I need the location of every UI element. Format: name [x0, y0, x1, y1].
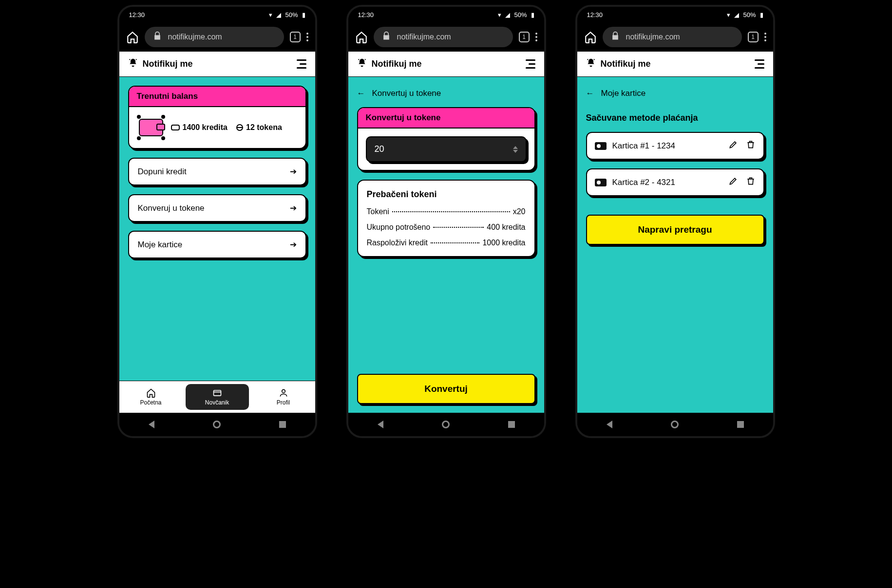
browser-toolbar: notifikujme.com 1: [577, 22, 773, 52]
topup-label: Dopuni kredit: [138, 167, 187, 177]
convert-label: Konveruj u tokene: [138, 203, 205, 213]
status-time: 12:30: [587, 11, 603, 18]
overflow-menu-icon[interactable]: [306, 33, 308, 41]
app-header: Notifikuj me: [119, 52, 315, 77]
menu-button[interactable]: [297, 59, 306, 69]
card-icon: [595, 179, 607, 186]
token-icon: [236, 124, 243, 131]
home-circle-icon[interactable]: [671, 421, 679, 428]
nav-home[interactable]: Početna: [119, 381, 183, 413]
recents-icon[interactable]: [737, 421, 744, 428]
bell-icon: [586, 58, 596, 70]
trash-icon[interactable]: [746, 140, 756, 152]
saved-card-2[interactable]: Kartica #2 - 4321: [586, 168, 764, 196]
url-bar[interactable]: notifikujme.com: [374, 27, 513, 47]
convert-cta-button[interactable]: Konvertuj: [357, 374, 535, 404]
convert-button[interactable]: Konveruj u tokene ➔: [128, 194, 306, 222]
phone-convert-screen: 12:30 ▾◢50%▮ notifikujme.com 1 Notifikuj…: [346, 5, 546, 438]
card-name: Kartica #2 - 4321: [612, 178, 675, 187]
tabs-button[interactable]: 1: [748, 32, 759, 42]
arrow-left-icon: ←: [357, 89, 365, 98]
overflow-menu-icon[interactable]: [535, 33, 537, 41]
home-icon[interactable]: [355, 31, 368, 43]
url-text: notifikujme.com: [168, 33, 222, 41]
nav-wallet[interactable]: Novčanik: [186, 384, 249, 410]
summary-row-available: Raspoloživi kredit 1000 kredita: [367, 239, 526, 247]
url-bar[interactable]: notifikujme.com: [603, 27, 742, 47]
back-button[interactable]: ← Konvertuj u tokene: [357, 89, 535, 98]
android-nav-bar: [577, 413, 773, 436]
back-label: Konvertuj u tokene: [372, 89, 441, 98]
home-circle-icon[interactable]: [213, 421, 221, 428]
convert-card: Konvertuj u tokene 20: [357, 107, 535, 171]
url-bar[interactable]: notifikujme.com: [145, 27, 284, 47]
status-time: 12:30: [129, 11, 145, 18]
status-right: ▾ ◢ 50% ▮: [269, 11, 305, 18]
card-name: Kartica #1 - 1234: [612, 141, 675, 151]
browser-toolbar: notifikujme.com 1: [119, 22, 315, 52]
home-icon[interactable]: [126, 31, 139, 43]
recents-icon[interactable]: [279, 421, 286, 428]
back-label: Moje kartice: [601, 89, 646, 98]
app-brand: Notifikuj me: [128, 58, 193, 70]
my-cards-button[interactable]: Moje kartice ➔: [128, 231, 306, 258]
wallet-icon: [137, 117, 164, 138]
summary-card: Prebačeni tokeni Tokeni x20 Ukupno potro…: [357, 180, 535, 257]
topup-button[interactable]: Dopuni kredit ➔: [128, 158, 306, 185]
trash-icon[interactable]: [746, 176, 756, 188]
phone-cards-screen: 12:30 ▾◢50%▮ notifikujme.com 1 Notifikuj…: [575, 5, 775, 438]
create-search-button[interactable]: Napravi pretragu: [586, 215, 764, 245]
token-amount-input[interactable]: 20: [366, 136, 527, 162]
menu-button[interactable]: [526, 59, 535, 69]
balance-body: 1400 kredita 12 tokena: [129, 107, 305, 148]
android-nav-bar: [348, 413, 544, 436]
nav-profile-label: Profil: [277, 399, 290, 406]
summary-row-tokens: Tokeni x20: [367, 207, 526, 216]
edit-icon[interactable]: [728, 140, 738, 152]
credit-icon: [171, 125, 180, 130]
token-amount: 12 tokena: [246, 123, 282, 132]
convert-screen: ← Konvertuj u tokene Konvertuj u tokene …: [348, 77, 544, 413]
arrow-right-icon: ➔: [290, 239, 297, 250]
wifi-icon: ▾: [269, 11, 272, 18]
nav-profile[interactable]: Profil: [252, 381, 315, 413]
card-icon: [595, 142, 607, 150]
stepper-icon[interactable]: [513, 146, 518, 153]
battery-label: 50%: [285, 11, 298, 18]
saved-card-1[interactable]: Kartica #1 - 1234: [586, 132, 764, 160]
nav-home-label: Početna: [140, 399, 161, 406]
menu-button[interactable]: [755, 59, 764, 69]
nav-wallet-label: Novčanik: [205, 399, 229, 406]
overflow-menu-icon[interactable]: [764, 33, 766, 41]
edit-icon[interactable]: [728, 176, 738, 188]
back-icon[interactable]: [607, 421, 612, 428]
input-value: 20: [375, 144, 384, 154]
battery-icon: ▮: [302, 11, 305, 18]
cta-label: Konvertuj: [424, 384, 468, 394]
svg-rect-0: [213, 390, 221, 396]
summary-row-spent: Ukupno potrošeno 400 kredita: [367, 223, 526, 232]
lock-icon: [152, 31, 162, 43]
back-icon[interactable]: [149, 421, 154, 428]
credit-amount: 1400 kredita: [183, 123, 228, 132]
bell-icon: [357, 58, 367, 70]
android-nav-bar: [119, 413, 315, 436]
balance-title: Trenutni balans: [129, 87, 305, 107]
home-circle-icon[interactable]: [442, 421, 450, 428]
back-icon[interactable]: [378, 421, 383, 428]
balance-values: 1400 kredita 12 tokena: [171, 123, 282, 132]
tabs-button[interactable]: 1: [290, 32, 301, 42]
bell-icon: [128, 58, 138, 70]
status-bar: 12:30 ▾◢50%▮: [348, 7, 544, 22]
svg-point-1: [282, 389, 285, 393]
tabs-button[interactable]: 1: [519, 32, 530, 42]
cards-label: Moje kartice: [138, 240, 183, 250]
status-time: 12:30: [358, 11, 374, 18]
cards-screen: ← Moje kartice Sačuvane metode plaćanja …: [577, 77, 773, 413]
browser-toolbar: notifikujme.com 1: [348, 22, 544, 52]
home-icon[interactable]: [584, 31, 597, 43]
back-button[interactable]: ← Moje kartice: [586, 89, 764, 98]
balance-card: Trenutni balans 1400 kredita 12 tokena: [128, 86, 306, 149]
recents-icon[interactable]: [508, 421, 515, 428]
phone-wallet-screen: 12:30 ▾ ◢ 50% ▮ notifikujme.com 1 Notifi…: [117, 5, 317, 438]
